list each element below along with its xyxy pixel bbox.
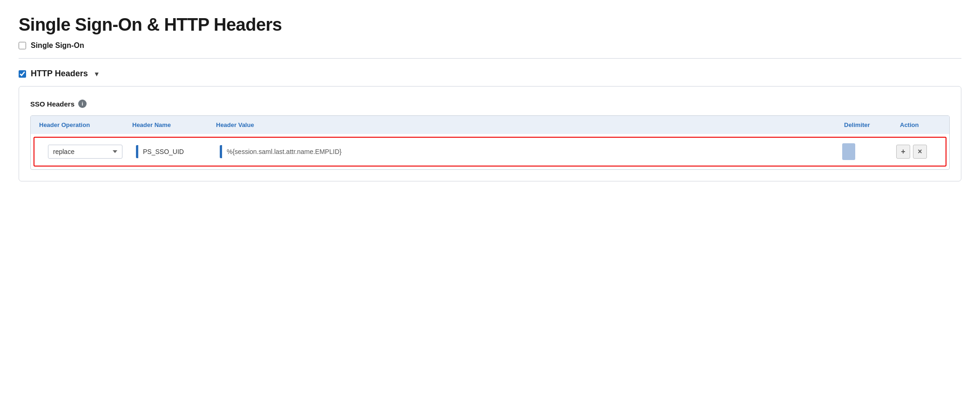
header-value-input[interactable]	[222, 145, 835, 158]
sso-headers-table: Header Operation Header Name Header Valu…	[30, 115, 950, 170]
http-headers-section-header: HTTP Headers ▼	[19, 69, 961, 79]
table-header-row: Header Operation Header Name Header Valu…	[31, 116, 949, 134]
table-row: replace append prepend set	[34, 137, 946, 167]
header-name-cell	[133, 144, 217, 159]
page-title: Single Sign-On & HTTP Headers	[19, 15, 961, 35]
col-header-delimiter: Delimiter	[841, 120, 897, 129]
action-cell: + ×	[893, 144, 940, 160]
operation-cell: replace append prepend set	[40, 144, 133, 160]
info-icon[interactable]: i	[78, 100, 87, 108]
col-header-action: Action	[897, 120, 944, 129]
operation-select[interactable]: replace append prepend set	[48, 145, 122, 159]
header-value-cell	[217, 144, 838, 159]
remove-row-button[interactable]: ×	[913, 145, 927, 159]
sso-headers-title-row: SSO Headers i	[30, 100, 950, 108]
col-header-operation: Header Operation	[36, 120, 129, 129]
http-headers-label: HTTP Headers	[31, 69, 88, 79]
col-header-value: Header Value	[213, 120, 841, 129]
header-name-input[interactable]	[138, 145, 214, 158]
col-header-name: Header Name	[129, 120, 213, 129]
http-headers-dropdown-arrow[interactable]: ▼	[94, 70, 100, 78]
add-row-button[interactable]: +	[896, 145, 910, 159]
delimiter-cell	[838, 142, 893, 161]
single-signon-label: Single Sign-On	[31, 41, 84, 50]
single-signon-section: Single Sign-On	[19, 41, 961, 50]
single-signon-checkbox[interactable]	[19, 42, 26, 49]
sso-headers-title: SSO Headers	[30, 100, 74, 108]
http-headers-checkbox[interactable]	[19, 70, 26, 78]
section-divider	[19, 58, 961, 59]
http-headers-panel: SSO Headers i Header Operation Header Na…	[19, 86, 961, 181]
delimiter-bar	[842, 143, 855, 160]
